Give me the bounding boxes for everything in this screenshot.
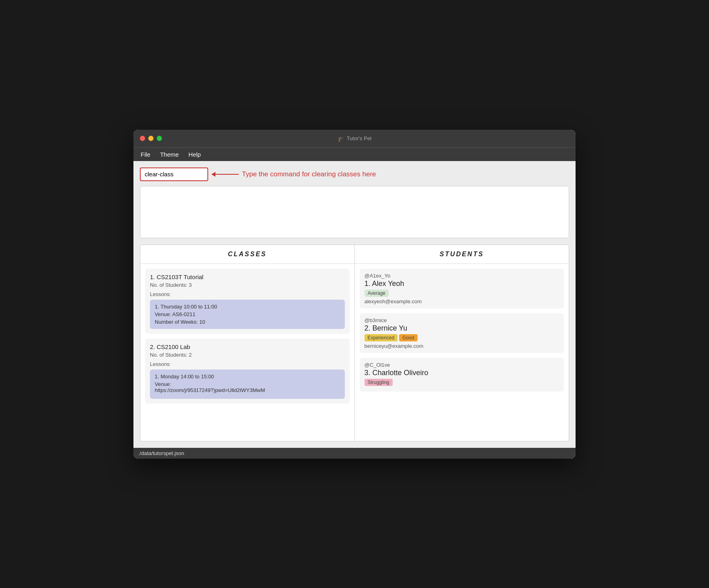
command-input-wrapper	[140, 167, 208, 181]
student-tags: Average	[365, 290, 559, 297]
student-card: @A1ex_Yo 1. Alex Yeoh Average alexyeoh@e…	[360, 269, 564, 308]
student-handle: @C_Ol1ve	[365, 362, 559, 368]
class-card: 1. CS2103T Tutorial No. of Students: 3 L…	[145, 269, 350, 334]
student-email: berniceyu@example.com	[365, 343, 559, 349]
command-hint-text: Type the command for clearing classes he…	[242, 170, 376, 178]
student-tags: Struggling	[365, 379, 559, 386]
lesson-card: 1. Thursday 10:00 to 11:00 Venue: AS6-02…	[150, 300, 345, 329]
students-panel: STUDENTS @A1ex_Yo 1. Alex Yeoh Average a…	[355, 245, 569, 441]
title-bar: 🎓 Tutor's Pet	[133, 130, 576, 147]
minimize-button[interactable]	[148, 136, 154, 141]
content-area: Type the command for clearing classes he…	[133, 161, 576, 448]
menu-theme[interactable]: Theme	[156, 149, 183, 159]
command-hint-arrow: Type the command for clearing classes he…	[215, 170, 376, 178]
students-scroll[interactable]: @A1ex_Yo 1. Alex Yeoh Average alexyeoh@e…	[355, 264, 569, 441]
app-window: 🎓 Tutor's Pet File Theme Help Type the c…	[133, 130, 576, 459]
close-button[interactable]	[140, 136, 145, 141]
lesson-time: 1. Monday 14:00 to 15:00	[155, 374, 340, 380]
lesson-card: 1. Monday 14:00 to 15:00 Venue:https://z…	[150, 370, 345, 399]
student-handle: @A1ex_Yo	[365, 273, 559, 279]
tag-experienced: Experienced	[365, 334, 398, 341]
student-handle: @b3rnice	[365, 317, 559, 323]
class-lessons-label: Lessons:	[150, 291, 345, 297]
student-name: 3. Charlotte Oliveiro	[365, 369, 559, 377]
class-lessons-label: Lessons:	[150, 361, 345, 367]
app-icon: 🎓	[338, 135, 344, 142]
maximize-button[interactable]	[157, 136, 162, 141]
student-name: 1. Alex Yeoh	[365, 280, 559, 288]
menu-bar: File Theme Help	[133, 147, 576, 161]
student-card: @C_Ol1ve 3. Charlotte Oliveiro Strugglin…	[360, 358, 564, 392]
tag-average: Average	[365, 290, 389, 297]
tag-struggling: Struggling	[365, 379, 393, 386]
classes-scroll[interactable]: 1. CS2103T Tutorial No. of Students: 3 L…	[140, 264, 354, 441]
lesson-time: 1. Thursday 10:00 to 11:00	[155, 304, 340, 310]
student-card: @b3rnice 2. Bernice Yu Experienced Good …	[360, 313, 564, 353]
arrow-line	[215, 174, 239, 175]
lesson-weeks: Number of Weeks: 10	[155, 319, 340, 325]
window-title: 🎓 Tutor's Pet	[338, 135, 372, 142]
menu-help[interactable]: Help	[184, 149, 205, 159]
class-title: 2. CS2100 Lab	[150, 343, 345, 350]
menu-file[interactable]: File	[137, 149, 154, 159]
tag-good: Good	[399, 334, 417, 341]
class-students: No. of Students: 2	[150, 352, 345, 358]
student-email: alexyeoh@example.com	[365, 298, 559, 304]
output-box	[140, 186, 569, 238]
lesson-venue: Venue: AS6-0211	[155, 311, 340, 317]
status-bar: ./data/tutorspet.json	[133, 448, 576, 459]
classes-panel-header: CLASSES	[140, 245, 354, 264]
students-panel-header: STUDENTS	[355, 245, 569, 264]
class-title: 1. CS2103T Tutorial	[150, 274, 345, 280]
status-path: ./data/tutorspet.json	[138, 450, 184, 456]
panels-row: CLASSES 1. CS2103T Tutorial No. of Stude…	[140, 245, 569, 441]
student-name: 2. Bernice Yu	[365, 324, 559, 333]
lesson-venue: Venue:https://zoom/j/95317249?)pwd=Ulld2…	[155, 381, 340, 393]
command-row: Type the command for clearing classes he…	[140, 167, 569, 181]
command-input[interactable]	[145, 171, 203, 178]
classes-panel: CLASSES 1. CS2103T Tutorial No. of Stude…	[140, 245, 355, 441]
class-students: No. of Students: 3	[150, 282, 345, 288]
window-controls	[140, 136, 162, 141]
class-card: 2. CS2100 Lab No. of Students: 2 Lessons…	[145, 339, 350, 404]
student-tags: Experienced Good	[365, 334, 559, 341]
